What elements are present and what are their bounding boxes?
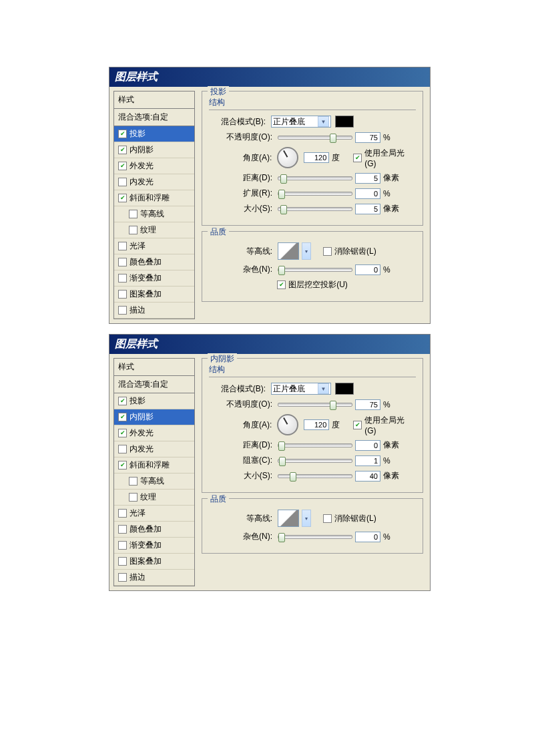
styles-header[interactable]: 样式 bbox=[114, 91, 194, 109]
size-slider[interactable] bbox=[278, 207, 352, 211]
chevron-down-icon[interactable]: ▾ bbox=[302, 510, 311, 527]
slider-thumb[interactable] bbox=[330, 401, 336, 410]
effect-row[interactable]: 光泽 bbox=[114, 506, 194, 522]
effect-row[interactable]: 斜面和浮雕 bbox=[114, 190, 194, 206]
angle-input[interactable] bbox=[304, 419, 329, 430]
effect-checkbox[interactable] bbox=[118, 445, 127, 453]
slider-thumb[interactable] bbox=[330, 134, 336, 143]
blend-mode-combo[interactable]: 正片叠底▼ bbox=[271, 383, 331, 395]
effect-checkbox[interactable] bbox=[118, 541, 127, 550]
slider-thumb[interactable] bbox=[280, 205, 287, 214]
spread-slider[interactable] bbox=[278, 192, 352, 196]
effect-checkbox[interactable] bbox=[118, 258, 127, 266]
contour-picker[interactable] bbox=[278, 510, 299, 527]
antialias-checkbox[interactable] bbox=[323, 514, 332, 523]
effect-row[interactable]: 光泽 bbox=[114, 238, 194, 254]
effect-row[interactable]: 渐变叠加 bbox=[114, 538, 194, 554]
effect-row[interactable]: 斜面和浮雕 bbox=[114, 457, 194, 474]
effect-checkbox[interactable] bbox=[129, 493, 138, 502]
effect-row[interactable]: 内发光 bbox=[114, 174, 194, 190]
slider-thumb[interactable] bbox=[278, 533, 285, 542]
effect-checkbox[interactable] bbox=[118, 242, 127, 250]
effect-checkbox[interactable] bbox=[118, 557, 127, 566]
slider-thumb[interactable] bbox=[279, 457, 286, 466]
opacity-input[interactable] bbox=[355, 132, 380, 143]
effect-label: 等高线 bbox=[140, 476, 164, 487]
effect-row[interactable]: 图案叠加 bbox=[114, 554, 194, 570]
noise-slider[interactable] bbox=[278, 535, 352, 539]
effect-row[interactable]: 等高线 bbox=[114, 206, 194, 222]
contour-picker[interactable] bbox=[278, 242, 299, 260]
size-input[interactable] bbox=[355, 471, 380, 482]
global-light-checkbox[interactable] bbox=[353, 421, 362, 429]
effect-checkbox[interactable] bbox=[129, 477, 138, 486]
opacity-slider[interactable] bbox=[278, 403, 352, 407]
effect-checkbox[interactable] bbox=[129, 210, 138, 218]
color-swatch[interactable] bbox=[335, 116, 354, 128]
effect-checkbox[interactable] bbox=[118, 194, 127, 202]
slider-thumb[interactable] bbox=[278, 441, 285, 451]
blend-options-row[interactable]: 混合选项:自定 bbox=[114, 376, 194, 393]
effect-checkbox[interactable] bbox=[118, 130, 127, 138]
effect-row[interactable]: 描边 bbox=[114, 303, 194, 319]
effect-row[interactable]: 颜色叠加 bbox=[114, 254, 194, 270]
effect-checkbox[interactable] bbox=[118, 397, 127, 405]
spread-input[interactable] bbox=[355, 188, 380, 199]
spread-slider[interactable] bbox=[278, 459, 352, 463]
noise-input[interactable] bbox=[355, 264, 380, 275]
distance-input[interactable] bbox=[355, 173, 380, 184]
antialias-checkbox[interactable] bbox=[323, 247, 332, 256]
distance-input[interactable] bbox=[355, 440, 380, 451]
effect-checkbox[interactable] bbox=[118, 274, 127, 282]
effect-row[interactable]: 渐变叠加 bbox=[114, 270, 194, 287]
global-light-checkbox[interactable] bbox=[353, 154, 362, 162]
effect-row[interactable]: 内阴影 bbox=[114, 142, 194, 158]
effect-row[interactable]: 颜色叠加 bbox=[114, 522, 194, 538]
effect-row[interactable]: 图案叠加 bbox=[114, 287, 194, 303]
angle-dial[interactable] bbox=[277, 414, 298, 435]
chevron-down-icon[interactable]: ▾ bbox=[302, 242, 311, 260]
distance-slider[interactable] bbox=[278, 443, 352, 447]
slider-thumb[interactable] bbox=[278, 190, 285, 199]
knockout-checkbox[interactable] bbox=[277, 280, 286, 289]
slider-thumb[interactable] bbox=[280, 174, 287, 184]
effect-row[interactable]: 内阴影 bbox=[114, 409, 194, 425]
blend-options-row[interactable]: 混合选项:自定 bbox=[114, 109, 194, 126]
effect-checkbox[interactable] bbox=[118, 162, 127, 170]
effect-checkbox[interactable] bbox=[129, 226, 138, 234]
effect-row[interactable]: 等高线 bbox=[114, 474, 194, 490]
effect-row[interactable]: 投影 bbox=[114, 126, 194, 142]
effect-checkbox[interactable] bbox=[118, 461, 127, 469]
effect-checkbox[interactable] bbox=[118, 306, 127, 315]
noise-input[interactable] bbox=[355, 532, 380, 542]
effect-row[interactable]: 描边 bbox=[114, 570, 194, 586]
angle-dial[interactable] bbox=[277, 147, 298, 168]
size-input[interactable] bbox=[355, 204, 380, 214]
effect-row[interactable]: 外发光 bbox=[114, 158, 194, 174]
angle-input[interactable] bbox=[304, 152, 329, 163]
styles-header[interactable]: 样式 bbox=[114, 359, 194, 376]
effect-checkbox[interactable] bbox=[118, 525, 127, 534]
spread-input[interactable] bbox=[355, 455, 380, 466]
effect-row[interactable]: 纹理 bbox=[114, 222, 194, 238]
effect-checkbox[interactable] bbox=[118, 146, 127, 154]
effect-checkbox[interactable] bbox=[118, 573, 127, 582]
effect-row[interactable]: 投影 bbox=[114, 393, 194, 409]
effect-checkbox[interactable] bbox=[118, 509, 127, 518]
effect-checkbox[interactable] bbox=[118, 178, 127, 186]
opacity-input[interactable] bbox=[355, 399, 380, 410]
noise-slider[interactable] bbox=[278, 268, 352, 272]
effect-checkbox[interactable] bbox=[118, 429, 127, 437]
effect-row[interactable]: 纹理 bbox=[114, 490, 194, 506]
effect-checkbox[interactable] bbox=[118, 413, 127, 421]
effect-checkbox[interactable] bbox=[118, 290, 127, 299]
slider-thumb[interactable] bbox=[290, 472, 296, 482]
effect-row[interactable]: 外发光 bbox=[114, 425, 194, 441]
opacity-slider[interactable] bbox=[278, 136, 352, 140]
slider-thumb[interactable] bbox=[278, 266, 285, 275]
blend-mode-combo[interactable]: 正片叠底▼ bbox=[271, 116, 331, 128]
size-slider[interactable] bbox=[278, 474, 352, 478]
effect-row[interactable]: 内发光 bbox=[114, 441, 194, 457]
color-swatch[interactable] bbox=[335, 383, 354, 395]
distance-slider[interactable] bbox=[278, 176, 352, 180]
